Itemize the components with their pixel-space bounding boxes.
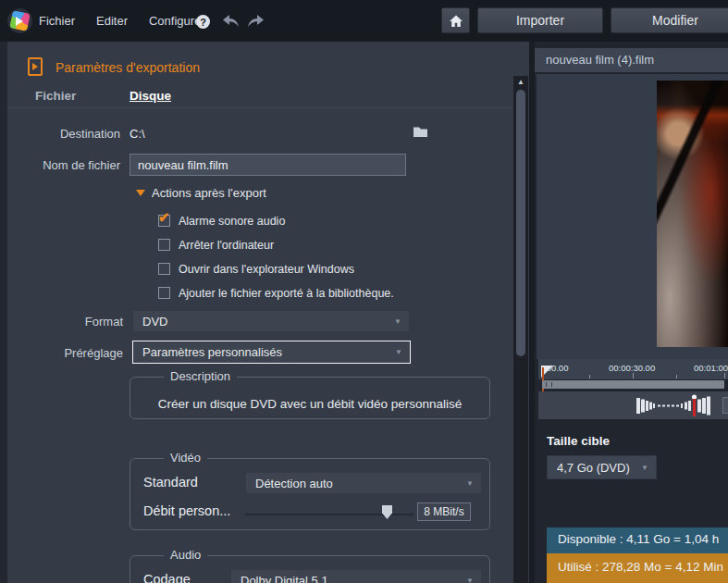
- target-size-dropdown[interactable]: 4,7 Go (DVD) ▼: [547, 455, 657, 479]
- codage-dropdown[interactable]: Dolby Digital 5.1 ▼: [230, 569, 482, 583]
- standard-label: Standard: [143, 475, 198, 490]
- checkbox-label: Ouvrir dans l'explorateur Windows: [179, 263, 354, 276]
- checkbox[interactable]: [158, 239, 170, 251]
- timeline-scrubber[interactable]: [542, 380, 724, 389]
- standard-value: Détection auto: [255, 477, 333, 490]
- scroll-up-icon[interactable]: ▲: [513, 78, 528, 86]
- panel-scrollbar[interactable]: ▲: [512, 42, 529, 583]
- destination-label: Destination: [7, 127, 120, 141]
- zoom-in-button[interactable]: [722, 397, 728, 414]
- used-space-text: Utilisé : 278,28 Mo = 4,12 Min: [558, 560, 723, 574]
- video-preview-area: [537, 74, 728, 359]
- available-space-text: Disponible : 4,11 Go = 1,04 h: [558, 532, 719, 546]
- video-frame[interactable]: [657, 81, 728, 347]
- standard-dropdown[interactable]: Détection auto ▼: [245, 472, 482, 494]
- target-size-label: Taille cible: [547, 434, 610, 448]
- bitrate-value[interactable]: 8 MBit/s: [417, 502, 471, 521]
- help-icon[interactable]: ?: [196, 15, 210, 29]
- codage-value: Dolby Digital 5.1: [241, 574, 328, 583]
- menu-editer[interactable]: Editer: [96, 14, 128, 28]
- export-icon: [28, 57, 43, 76]
- menu-bar: Fichier Editer Configurer ? Importer Mod…: [0, 0, 728, 42]
- preview-panel: nouveau film (4).film :00.00 00:00:30.00…: [535, 42, 728, 583]
- menu-fichier[interactable]: Fichier: [39, 14, 75, 28]
- description-group: Description Créer un disque DVD avec un …: [130, 377, 490, 419]
- tab-fichier[interactable]: Fichier: [35, 89, 76, 103]
- target-size-value: 4,7 Go (DVD): [557, 461, 630, 475]
- bitrate-label: Débit person...: [143, 503, 230, 518]
- ruler-tick: 00:00:30.00: [609, 363, 655, 373]
- description-legend: Description: [164, 369, 237, 383]
- modify-button[interactable]: Modifier: [611, 7, 728, 33]
- codage-label: Codage: [143, 572, 191, 583]
- format-value: DVD: [142, 315, 167, 329]
- check-icon: ✔: [158, 209, 170, 226]
- checkbox[interactable]: [158, 287, 170, 299]
- audio-legend: Audio: [164, 548, 207, 562]
- preview-titlebar: nouveau film (4).film: [535, 48, 728, 72]
- filename-input[interactable]: [130, 154, 406, 176]
- scrollbar-track[interactable]: ▲: [513, 76, 528, 583]
- actions-after-export-title[interactable]: Actions après l'export: [152, 186, 266, 200]
- preset-label: Préréglage: [7, 346, 123, 360]
- ruler-tick: 00:01:00.: [694, 363, 728, 373]
- checkbox-label: Ajouter le fichier exporté à la biblioth…: [179, 287, 394, 300]
- export-settings-panel: Paramètres d'exportation Fichier Disque …: [7, 42, 512, 583]
- preview-title: nouveau film (4).film: [546, 53, 654, 67]
- video-group: Vidéo Standard Détection auto ▼ Débit pe…: [130, 458, 490, 530]
- import-button[interactable]: Importer: [477, 7, 603, 33]
- format-dropdown[interactable]: DVD ▼: [132, 310, 410, 332]
- format-label: Format: [7, 315, 123, 329]
- home-button[interactable]: [441, 7, 470, 33]
- chevron-down-icon: ▼: [394, 317, 401, 326]
- available-space-bar: Disponible : 4,11 Go = 1,04 h: [547, 527, 728, 553]
- home-icon: [449, 14, 463, 28]
- checkbox-label: Alarme sonore audio: [179, 215, 285, 228]
- divider: [7, 107, 512, 108]
- chevron-down-icon: ▼: [466, 577, 474, 583]
- window-edge: [0, 42, 7, 583]
- checkbox[interactable]: [158, 263, 170, 275]
- timeline-ruler[interactable]: :00.00 00:00:30.00 00:01:00.: [538, 359, 728, 379]
- redo-icon[interactable]: [247, 14, 265, 31]
- scrollbar-thumb[interactable]: [516, 90, 525, 356]
- bitrate-slider-handle[interactable]: [382, 505, 392, 519]
- video-legend: Vidéo: [164, 451, 207, 465]
- app-logo-icon: [7, 8, 32, 33]
- folder-icon[interactable]: [413, 125, 428, 142]
- undo-icon[interactable]: [222, 14, 240, 31]
- target-size-section: Taille cible 4,7 Go (DVD) ▼ Disponible :…: [535, 424, 728, 583]
- zoom-slider[interactable]: [636, 394, 712, 421]
- audio-group: Audio Codage Dolby Digital 5.1 ▼: [130, 555, 490, 583]
- checkbox-label: Arrêter l'ordinateur: [179, 239, 274, 252]
- description-text: Créer un disque DVD avec un débit vidéo …: [130, 397, 489, 411]
- destination-value: C:\: [130, 127, 145, 141]
- used-space-bar: Utilisé : 278,28 Mo = 4,12 Min: [547, 553, 728, 583]
- filename-label: Nom de fichier: [7, 158, 120, 172]
- panel-title: Paramètres d'exportation: [56, 60, 200, 75]
- timeline-zoom-bar[interactable]: [538, 391, 728, 419]
- tab-disque[interactable]: Disque: [130, 89, 171, 103]
- preset-dropdown[interactable]: Paramètres personnalisés ▼: [132, 341, 411, 364]
- chevron-down-icon: ▼: [395, 348, 402, 356]
- chevron-down-icon: ▼: [641, 464, 648, 472]
- chevron-down-icon: ▼: [466, 479, 474, 488]
- preset-value: Paramètres personnalisés: [142, 345, 282, 359]
- collapse-triangle-icon[interactable]: [136, 190, 145, 196]
- main-menus: Fichier Editer Configurer: [39, 0, 205, 42]
